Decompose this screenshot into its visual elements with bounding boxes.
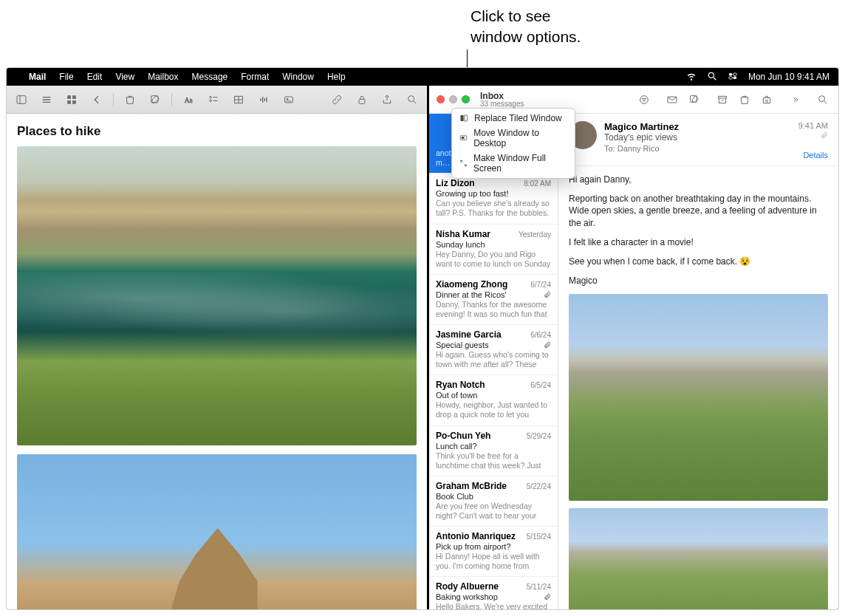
compose-mail-icon[interactable]: [686, 92, 702, 108]
email-photo-1: [569, 294, 828, 501]
sidebar-toggle-icon[interactable]: [13, 92, 30, 108]
document-body: Places to hike: [7, 114, 427, 609]
checklist-icon[interactable]: [205, 92, 222, 108]
message-list-item[interactable]: Jasmine Garcia6/6/24 Special guests Hi a…: [429, 325, 558, 375]
mailbox-count: 33 messages: [480, 100, 524, 108]
desktop-screenshot: Mail File Edit View Mailbox Message Form…: [6, 67, 839, 610]
menu-move-to-desktop[interactable]: Move Window to Desktop: [452, 126, 575, 151]
svg-rect-3: [733, 72, 737, 75]
message-list[interactable]: another breathtaking day in the m… Liz D…: [429, 114, 558, 609]
menu-replace-tiled[interactable]: Replace Tiled Window: [452, 111, 575, 126]
body-paragraph: Reporting back on another breathtaking d…: [569, 193, 828, 229]
menubar-format[interactable]: Format: [241, 72, 269, 82]
hike-photo-2: [17, 454, 417, 609]
table-icon[interactable]: [230, 92, 247, 108]
back-icon[interactable]: [88, 92, 106, 108]
svg-rect-43: [719, 96, 727, 98]
menubar-help[interactable]: Help: [327, 72, 346, 82]
grid-view-icon[interactable]: [63, 92, 81, 108]
svg-rect-11: [68, 95, 71, 98]
menu-make-fullscreen[interactable]: Make Window Full Screen: [452, 151, 575, 176]
svg-point-31: [408, 95, 414, 101]
more-icon[interactable]: [787, 92, 803, 108]
mail-toolbar: [636, 92, 831, 108]
share-icon[interactable]: [378, 92, 396, 108]
media-icon[interactable]: [280, 92, 298, 108]
window-options-menu: Replace Tiled Window Move Window to Desk…: [451, 108, 575, 179]
header-time: 9:41 AM: [798, 121, 828, 130]
body-paragraph: I felt like a character in a movie!: [569, 236, 828, 248]
lock-icon[interactable]: [353, 92, 371, 108]
search-mail-icon[interactable]: [815, 92, 831, 108]
hike-photo-1: [17, 146, 417, 445]
menubar-clock[interactable]: Mon Jun 10 9:41 AM: [748, 72, 829, 82]
menubar-window[interactable]: Window: [282, 72, 314, 82]
svg-rect-30: [359, 99, 365, 103]
menubar-edit[interactable]: Edit: [87, 72, 103, 82]
window-controls: [437, 95, 470, 103]
svg-line-1: [714, 77, 716, 80]
control-center-icon[interactable]: [728, 71, 738, 83]
reading-pane: Magico Martinez Today's epic views To: D…: [558, 114, 838, 609]
svg-text:Aa: Aa: [185, 97, 194, 104]
menu-replace-tiled-label: Replace Tiled Window: [474, 113, 562, 123]
attachment-icon: [821, 131, 828, 139]
message-list-item[interactable]: Ryan Notch6/5/24 Out of town Howdy, neig…: [429, 375, 558, 425]
svg-point-37: [640, 95, 649, 103]
message-list-item[interactable]: Liz Dizon8:02 AM Growing up too fast! Ca…: [429, 174, 558, 224]
svg-rect-33: [461, 115, 464, 121]
body-paragraph: See you when I come back, if I come back…: [569, 256, 828, 267]
junk-icon[interactable]: [759, 92, 775, 108]
envelope-icon[interactable]: [664, 92, 680, 108]
message-list-item[interactable]: Antonio Manriquez5/15/24 Pick up from ai…: [429, 527, 558, 577]
menubar-file[interactable]: File: [59, 72, 73, 82]
email-photo-2: [569, 508, 828, 609]
menubar-app-name[interactable]: Mail: [29, 72, 46, 82]
header-subject: Today's epic views: [604, 132, 791, 143]
svg-point-17: [210, 96, 212, 98]
svg-rect-2: [729, 72, 733, 75]
message-list-item[interactable]: Xiaomeng Zhong6/7/24 Dinner at the Ricos…: [429, 275, 558, 325]
message-list-item[interactable]: Po-Chun Yeh5/29/24 Lunch call? Think you…: [429, 426, 558, 476]
minimize-window-button[interactable]: [449, 95, 457, 103]
svg-point-19: [210, 100, 212, 102]
svg-rect-14: [72, 100, 75, 103]
document-title: Places to hike: [17, 124, 417, 139]
trash-icon[interactable]: [121, 92, 139, 108]
link-icon[interactable]: [328, 92, 346, 108]
audio-icon[interactable]: [255, 92, 273, 108]
menubar-mailbox[interactable]: Mailbox: [148, 72, 178, 82]
svg-rect-12: [72, 95, 75, 98]
menubar-message[interactable]: Message: [192, 72, 228, 82]
search-icon[interactable]: [403, 92, 421, 108]
header-from: Magico Martinez: [604, 121, 791, 132]
zoom-window-button[interactable]: [462, 95, 470, 103]
menubar-view[interactable]: View: [115, 72, 134, 82]
message-header: Magico Martinez Today's epic views To: D…: [558, 114, 838, 166]
details-link[interactable]: Details: [798, 151, 828, 160]
body-signature: Magico: [569, 275, 828, 287]
left-toolbar: Aa: [7, 86, 427, 114]
message-body: Hi again Danny, Reporting back on anothe…: [558, 166, 838, 609]
left-tiled-window: Aa Places to hike: [7, 86, 429, 609]
list-view-icon[interactable]: [38, 92, 55, 108]
archive-icon[interactable]: [714, 92, 731, 108]
close-window-button[interactable]: [437, 95, 445, 103]
menu-move-to-desktop-label: Move Window to Desktop: [473, 128, 567, 148]
svg-rect-6: [17, 95, 26, 103]
message-list-item[interactable]: Rody Albuerne5/11/24 Baking workshop Hel…: [429, 577, 558, 609]
spotlight-icon[interactable]: [707, 71, 717, 83]
filter-icon[interactable]: [636, 92, 652, 108]
message-list-item[interactable]: Nisha KumarYesterday Sunday lunch Hey Da…: [429, 225, 558, 275]
message-list-item[interactable]: Graham McBride5/22/24 Book Club Are you …: [429, 476, 558, 527]
svg-rect-36: [462, 137, 465, 139]
right-tiled-window-mail: Inbox 33 messages Replace Tiled Window M…: [429, 86, 838, 609]
wifi-icon[interactable]: [686, 71, 697, 83]
svg-rect-34: [465, 115, 468, 121]
mailbox-title: Inbox 33 messages: [480, 92, 524, 108]
compose-icon[interactable]: [146, 92, 164, 108]
text-format-icon[interactable]: Aa: [179, 92, 197, 108]
delete-icon[interactable]: [736, 92, 753, 108]
svg-rect-41: [668, 97, 677, 103]
svg-rect-4: [729, 76, 733, 79]
